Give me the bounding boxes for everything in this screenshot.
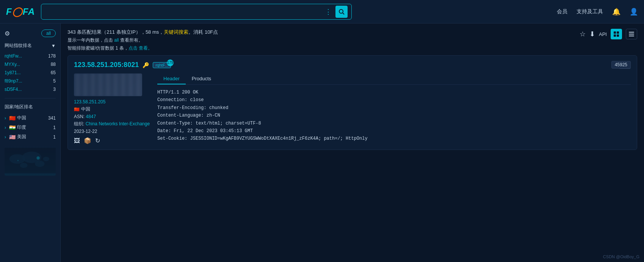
star-icon[interactable]: ☆	[580, 30, 586, 38]
svg-point-8	[36, 156, 39, 159]
asn-link[interactable]: 4847	[86, 114, 96, 119]
country-name-text: 中国	[17, 115, 26, 121]
card-top-row: 123.58.251.205:8021 🔑 rqhtF... 179 80	[74, 61, 631, 69]
all-badge[interactable]: all	[41, 30, 56, 37]
download-icon[interactable]: ⬇	[589, 30, 595, 38]
screenshot-icon-btn[interactable]: 🖼	[74, 137, 80, 144]
watermark: CSDN @OidBoy_G	[603, 254, 639, 259]
svg-rect-10	[614, 31, 616, 34]
tab-header[interactable]: Header	[157, 73, 186, 84]
search-button[interactable]	[335, 6, 348, 18]
api-button[interactable]: API	[599, 31, 607, 37]
fingerprint-list: rqhtFw...178MYXy...881y871...65f89np7...…	[5, 52, 56, 94]
country-name: 中国	[81, 106, 90, 112]
logo: F◯FA	[6, 6, 36, 17]
svg-rect-12	[614, 34, 616, 37]
fingerprint-name: MYXy...	[5, 62, 20, 67]
port-badge-45925: 45925	[611, 61, 631, 69]
arrow-icon: ›	[5, 134, 6, 140]
all-link[interactable]: all	[114, 37, 119, 43]
header-line: Transfer-Encoding: chunked	[157, 104, 631, 112]
flag-icon: 🇺🇸	[9, 134, 16, 140]
country-item[interactable]: ›🇺🇸美国1	[5, 132, 56, 142]
funnel-icon[interactable]: ▼	[51, 43, 56, 48]
more-options-icon[interactable]: ⋮	[325, 8, 332, 16]
country-item[interactable]: ›🇮🇳印度1	[5, 123, 56, 132]
fingerprint-name: 1y871...	[5, 70, 21, 75]
list-view-button[interactable]	[626, 29, 637, 39]
svg-point-6	[20, 163, 28, 168]
svg-rect-13	[617, 34, 619, 37]
header-line: Content-Language: zh-CN	[157, 112, 631, 119]
date-row: 2023-12-22	[74, 129, 150, 134]
fingerprint-item[interactable]: sD5F4...3	[5, 85, 56, 94]
member-link[interactable]: 会员	[557, 8, 567, 15]
svg-rect-11	[617, 31, 619, 34]
fingerprint-count: 178	[48, 53, 56, 59]
card-body: 123.58.251.205 🇨🇳 中国 ASN: 4847 组织: China…	[74, 73, 631, 144]
user-icon[interactable]: 👤	[630, 8, 638, 16]
cube-icon-btn[interactable]: 📦	[84, 137, 91, 144]
svg-point-9	[17, 160, 19, 161]
arrow-icon: ›	[5, 115, 6, 121]
key-icon: 🔑	[143, 62, 149, 68]
country-flag: 🇨🇳	[74, 107, 80, 112]
country-title: 国家/地区排名	[5, 104, 56, 110]
card-left: 123.58.251.205 🇨🇳 中国 ASN: 4847 组织: China…	[74, 73, 150, 144]
support-link[interactable]: 支持及工具	[577, 8, 603, 15]
header-content: HTTP/1.1 200 OKConnection: closeTransfer…	[157, 89, 631, 143]
tag-badge[interactable]: rqhtF... 179	[153, 62, 171, 68]
filter-link[interactable]: 点击 查看。	[128, 45, 152, 51]
fingerprint-item[interactable]: MYXy...88	[5, 60, 56, 69]
svg-line-1	[343, 13, 344, 14]
svg-rect-16	[629, 36, 634, 36]
filter-icon[interactable]: ⚙	[5, 30, 10, 37]
country-item[interactable]: ›🇨🇳中国341	[5, 113, 56, 123]
stats-text: 343 条匹配结果（211 条独立IP），58 ms，	[67, 29, 164, 35]
expand-text: 显示一年内数据，点击	[67, 37, 114, 43]
card-right: Header Products HTTP/1.1 200 OKConnectio…	[157, 73, 631, 144]
country-count: 1	[53, 125, 56, 130]
country-row: 🇨🇳 中国	[74, 106, 150, 112]
result-card: 123.58.251.205:8021 🔑 rqhtF... 179 80 12…	[67, 55, 637, 150]
search-bar: app="Apusic应用服务器" ⋮	[41, 4, 352, 20]
svg-point-0	[339, 9, 343, 13]
ip-port[interactable]: 123.58.251.205:8021	[74, 61, 139, 69]
header-line: HTTP/1.1 200 OK	[157, 89, 631, 96]
fingerprint-count: 88	[51, 62, 56, 67]
fingerprint-name: rqhtFw...	[5, 53, 22, 59]
tab-products[interactable]: Products	[186, 73, 217, 84]
flag-icon: 🇨🇳	[9, 115, 16, 121]
header-line: Content-Type: text/html; charset=UTF-8	[157, 120, 631, 127]
grid-view-button[interactable]	[611, 29, 622, 39]
expand-text-2: 查看所有。	[119, 37, 143, 43]
fingerprint-count: 65	[51, 70, 56, 75]
org-label: 组织:	[74, 121, 84, 126]
refresh-icon-btn[interactable]: ↻	[95, 137, 100, 144]
fingerprint-title: 网站指纹排名 ▼	[5, 42, 56, 49]
stats-line: 343 条匹配结果（211 条独立IP），58 ms，关键词搜索。消耗 10F点	[67, 29, 580, 36]
svg-rect-15	[629, 34, 634, 34]
sidebar: ⚙ all 网站指纹排名 ▼ rqhtFw...178MYXy...881y87…	[0, 23, 61, 262]
org-link[interactable]: China Networks Inter-Exchange	[86, 121, 150, 126]
expand-line: 显示一年内数据，点击 all 查看所有。	[67, 37, 580, 44]
fingerprint-item[interactable]: rqhtFw...178	[5, 52, 56, 60]
notification-icon[interactable]: 🔔	[612, 8, 620, 16]
tabs-row: Header Products	[157, 73, 631, 85]
fingerprint-count: 5	[53, 78, 56, 84]
search-icons: ⋮	[325, 6, 348, 18]
fingerprint-item[interactable]: 1y871...65	[5, 69, 56, 77]
map-area	[5, 145, 56, 176]
screenshot-thumbnail	[74, 73, 142, 96]
org-row: 组织: China Networks Inter-Exchange	[74, 121, 150, 127]
search-input[interactable]: app="Apusic应用服务器"	[45, 9, 325, 15]
fingerprint-name: f89np7...	[5, 78, 22, 84]
country-name-text: 美国	[17, 134, 26, 140]
ip-link[interactable]: 123.58.251.205	[74, 99, 150, 104]
main-layout: ⚙ all 网站指纹排名 ▼ rqhtFw...178MYXy...881y87…	[0, 23, 644, 262]
fingerprint-item[interactable]: f89np7...5	[5, 77, 56, 85]
results-header: 343 条匹配结果（211 条独立IP），58 ms，关键词搜索。消耗 10F点…	[67, 29, 637, 51]
results-area: 343 条匹配结果（211 条独立IP），58 ms，关键词搜索。消耗 10F点…	[61, 23, 644, 262]
divider	[5, 98, 56, 98]
keyword-search-link[interactable]: 关键词搜索	[164, 29, 188, 35]
